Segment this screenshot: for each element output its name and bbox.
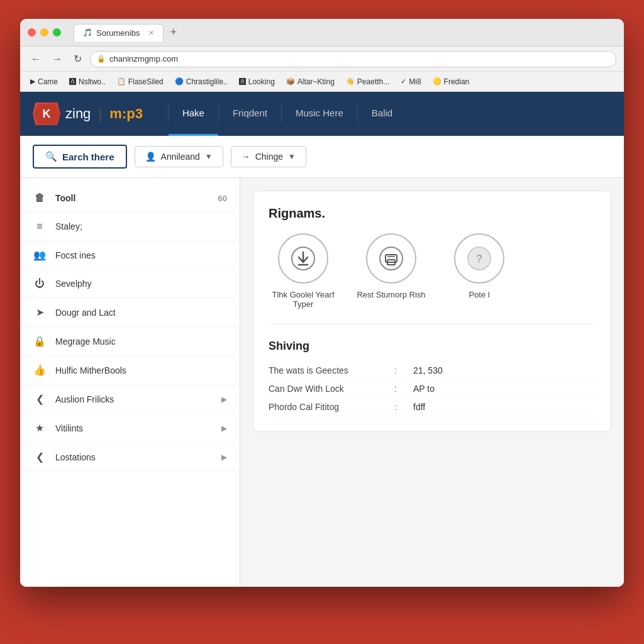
sidebar-item-hulfic[interactable]: 👍 Hulfic MitherBools — [20, 356, 240, 385]
auslion-label: Auslion Frilicks — [55, 394, 221, 404]
bookmark-flasesiled-label: FlaseSiled — [128, 77, 164, 86]
site-nav: K zing | m:p3 Hake Friqdent — [20, 92, 624, 136]
sidebar-item-focst[interactable]: 👥 Focst ines — [20, 241, 240, 270]
sevelphy-icon: ⏻ — [33, 278, 47, 289]
hulfic-label: Hulfic MitherBools — [55, 365, 227, 375]
info-colon-2: : — [394, 384, 413, 394]
svg-text:K: K — [43, 108, 51, 120]
nav-item-hake[interactable]: Hake — [169, 92, 218, 136]
chinge-arrow-icon: ▼ — [288, 152, 296, 161]
new-tab-button[interactable]: + — [164, 22, 183, 43]
bookmark-fredian[interactable]: 🟡 Fredian — [428, 75, 475, 88]
bookmark-nsltwo-label: Nsltwo.. — [79, 77, 106, 86]
info-label-2: Can Dwr With Lock — [269, 384, 394, 394]
bookmark-chrastiglile-label: Chrastiglile.. — [186, 77, 228, 86]
back-button[interactable]: ← — [28, 52, 44, 66]
vitilints-label: Vitilints — [55, 423, 221, 433]
traffic-lights — [28, 28, 61, 36]
bookmark-came-label: Came — [38, 77, 58, 86]
site-logo: K zing | m:p3 — [33, 103, 143, 125]
sidebar-item-auslion[interactable]: ❮ Auslion Frilicks ▶ — [20, 385, 240, 414]
tooll-label: Tooll — [55, 193, 218, 203]
sidebar-item-dougr[interactable]: ➤ Dougr and Lact — [20, 298, 240, 327]
megrage-label: Megrage Music — [55, 336, 227, 347]
info-value-3: fdff — [413, 402, 425, 412]
minimize-button[interactable] — [40, 28, 48, 36]
bookmark-mi8[interactable]: ✓ Mi8 — [396, 75, 426, 88]
shiving-title: Shiving — [269, 340, 596, 353]
bookmark-chrastiglile-icon: 🔵 — [175, 77, 184, 86]
vitilints-icon: ★ — [33, 422, 47, 434]
bookmark-altar-icon: 📦 — [286, 77, 295, 86]
lostations-icon: ❮ — [33, 451, 47, 463]
info-colon-3: : — [394, 402, 413, 412]
feature-pote-icon[interactable]: ? — [454, 233, 504, 284]
bookmark-altar[interactable]: 📦 Altar~Kting — [281, 75, 340, 88]
url-bar[interactable]: 🔒 chaninzmgmp.com — [90, 51, 616, 67]
sidebar: 🗑 Tooll 60 ≡ Staley; 👥 Focst ines ⏻ Seve… — [20, 178, 240, 587]
chinge-dropdown[interactable]: → Chinge ▼ — [231, 146, 306, 167]
feature-download-label: Tlhk Goolel Yearf Typer — [269, 290, 338, 309]
sidebar-item-sevelphy[interactable]: ⏻ Sevelphy — [20, 270, 240, 298]
sidebar-item-lostations[interactable]: ❮ Lostations ▶ — [20, 443, 240, 472]
bookmark-looking-icon: 🅰 — [239, 78, 246, 86]
nav-item-friqdent[interactable]: Friqdent — [219, 92, 281, 136]
content-card: Rignams. Tlhk Goolel Yearf T — [253, 191, 611, 432]
feature-print: Rest Stumorp Rish — [357, 233, 426, 309]
search-icon: 🔍 — [45, 151, 57, 162]
bookmark-nsltwo-icon: 🅰 — [69, 78, 76, 86]
tooll-icon: 🗑 — [33, 192, 47, 204]
url-text: chaninzmgmp.com — [109, 54, 178, 64]
chinge-label: Chinge — [255, 152, 283, 162]
dougr-label: Dougr and Lact — [55, 308, 227, 318]
forward-button[interactable]: → — [49, 52, 65, 66]
bookmark-peaetth-label: Peaetth... — [357, 77, 389, 86]
bookmark-nsltwo[interactable]: 🅰 Nsltwo.. — [64, 75, 111, 88]
bookmark-looking[interactable]: 🅰 Looking — [234, 75, 280, 88]
staley-label: Staley; — [55, 221, 227, 231]
logo-sub: m:p3 — [109, 106, 143, 121]
bookmark-flasesiled-icon: 📋 — [117, 77, 126, 86]
annileand-dropdown[interactable]: 👤 Annileand ▼ — [135, 146, 223, 167]
bookmark-flasesiled[interactable]: 📋 FlaseSiled — [112, 75, 169, 88]
features-row: Tlhk Goolel Yearf Typer — [269, 233, 596, 325]
sidebar-item-vitilints[interactable]: ★ Vitilints ▶ — [20, 414, 240, 443]
bookmark-mi8-label: Mi8 — [409, 77, 421, 86]
sidebar-item-megrage[interactable]: 🔒 Megrage Music — [20, 327, 240, 356]
bookmark-fredian-label: Fredian — [444, 77, 470, 86]
nav-item-music-here[interactable]: Music Here — [282, 92, 357, 136]
bookmark-chrastiglile[interactable]: 🔵 Chrastiglile.. — [170, 75, 233, 88]
feature-print-icon[interactable] — [366, 233, 416, 284]
info-colon-1: : — [394, 365, 413, 375]
feature-download-icon[interactable] — [278, 233, 328, 284]
sidebar-item-staley[interactable]: ≡ Staley; — [20, 213, 240, 241]
ssl-lock-icon: 🔒 — [97, 55, 106, 63]
focst-icon: 👥 — [33, 249, 47, 261]
refresh-button[interactable]: ↻ — [70, 52, 85, 66]
site-content: K zing | m:p3 Hake Friqdent — [20, 92, 624, 587]
nav-item-balid[interactable]: Balid — [358, 92, 406, 136]
auslion-arrow-icon: ▶ — [221, 395, 227, 404]
sevelphy-label: Sevelphy — [55, 279, 227, 289]
search-button[interactable]: 🔍 Earch there — [33, 145, 127, 169]
svg-text:?: ? — [477, 253, 482, 264]
logo-icon: K — [33, 103, 60, 125]
lostations-label: Lostations — [55, 452, 221, 462]
annileand-arrow-icon: ▼ — [205, 152, 213, 161]
info-row-3: Phordo Cal Fititog : fdff — [269, 398, 596, 416]
svg-point-4 — [380, 247, 402, 270]
auslion-icon: ❮ — [33, 393, 47, 405]
sidebar-item-tooll[interactable]: 🗑 Tooll 60 — [20, 184, 240, 213]
bookmark-looking-label: Looking — [248, 77, 275, 86]
bookmark-came[interactable]: ▶ Came — [25, 75, 63, 88]
info-label-1: The wats is Geectes — [269, 365, 394, 375]
title-bar: 🎵 Sorumenibs ✕ + — [20, 19, 624, 47]
maximize-button[interactable] — [53, 28, 61, 36]
bookmark-peaetth[interactable]: 👋 Peaetth... — [341, 75, 394, 88]
logo-text: zing | m:p3 — [65, 106, 143, 122]
tab-close-button[interactable]: ✕ — [148, 29, 154, 37]
feature-pote-label: Pote l — [469, 290, 489, 299]
close-button[interactable] — [28, 28, 36, 36]
main-content: 🗑 Tooll 60 ≡ Staley; 👥 Focst ines ⏻ Seve… — [20, 178, 624, 587]
browser-tab[interactable]: 🎵 Sorumenibs ✕ — [74, 24, 164, 42]
